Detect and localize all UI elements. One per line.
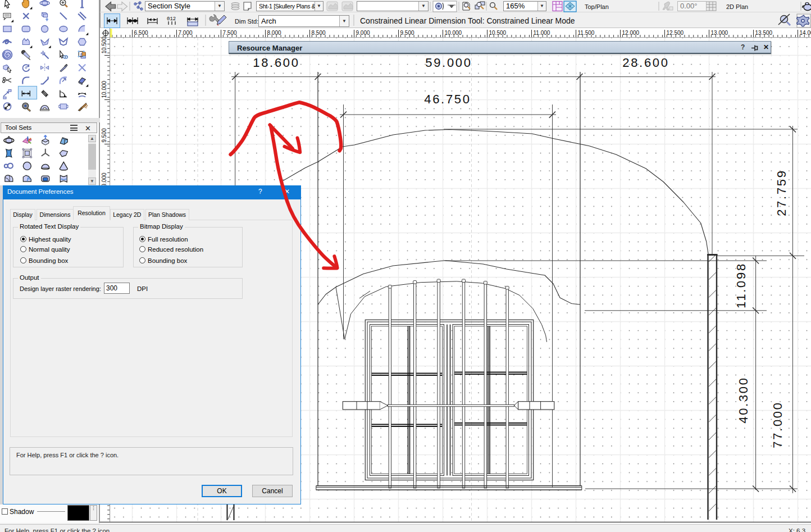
svg-text:12.500: 12.500 (667, 30, 684, 36)
svg-text:9.000: 9.000 (101, 172, 107, 187)
svg-text:14.000: 14.000 (800, 30, 811, 36)
svg-text:11.000: 11.000 (534, 30, 550, 36)
svg-text:59.000: 59.000 (425, 56, 472, 70)
svg-text:11.098: 11.098 (734, 262, 748, 308)
svg-text:10.500: 10.500 (101, 36, 107, 53)
svg-text:27.759: 27.759 (774, 169, 789, 216)
svg-text:7.000: 7.000 (179, 30, 193, 36)
svg-text:46.750: 46.750 (424, 92, 471, 106)
svg-text:13.500: 13.500 (755, 30, 773, 36)
svg-text:10.500: 10.500 (489, 30, 507, 36)
svg-text:8.500: 8.500 (312, 30, 326, 36)
svg-text:18.600: 18.600 (253, 56, 300, 70)
svg-text:77.000: 77.000 (771, 401, 785, 448)
svg-text:13.000: 13.000 (711, 30, 728, 36)
svg-text:9.500: 9.500 (101, 128, 107, 142)
svg-text:10.000: 10.000 (445, 30, 462, 36)
svg-text:28.600: 28.600 (622, 56, 669, 70)
svg-text:9.500: 9.500 (400, 30, 414, 36)
svg-text:11.500: 11.500 (578, 30, 595, 36)
svg-text:012: 012 (167, 16, 176, 22)
svg-text:9.000: 9.000 (356, 30, 370, 36)
svg-text:8.000: 8.000 (267, 30, 281, 36)
svg-text:40.300: 40.300 (736, 376, 750, 424)
svg-text:7.500: 7.500 (223, 30, 237, 36)
svg-text:10.000: 10.000 (101, 80, 107, 98)
svg-text:6.500: 6.500 (134, 30, 148, 36)
svg-text:12.000: 12.000 (622, 30, 640, 36)
